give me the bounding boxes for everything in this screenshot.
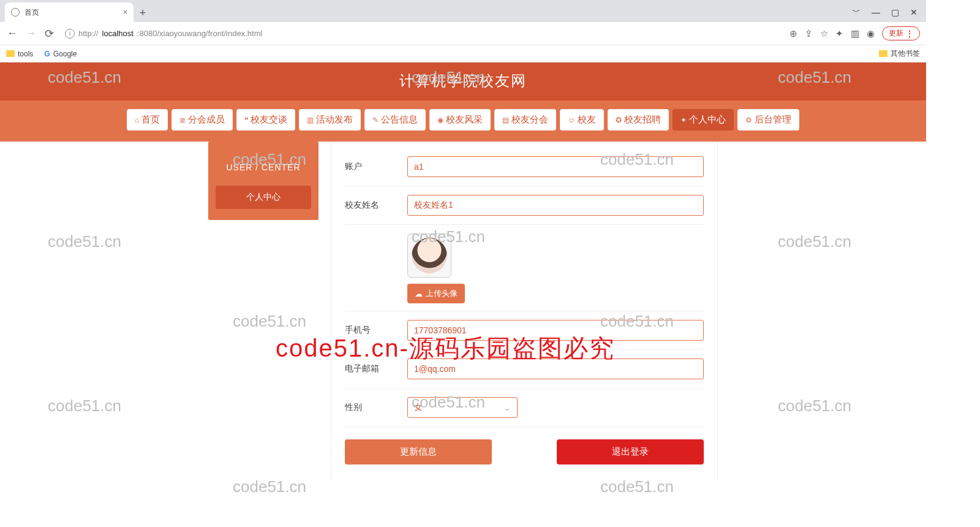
nav-icon: ◉ xyxy=(437,116,443,124)
account-input[interactable] xyxy=(407,156,704,177)
content-wrap: USER / CENTER 个人中心 账户 校友姓名 ☁ 上传头像 xyxy=(208,142,718,482)
address-bar[interactable]: i http://localhost:8080/xiaoyouwang/fron… xyxy=(61,29,783,39)
forward-button[interactable]: → xyxy=(24,27,37,40)
nav-item-3[interactable]: ▥活动发布 xyxy=(299,109,361,131)
nav-item-5[interactable]: ◉校友风采 xyxy=(429,109,491,131)
nav-item-4[interactable]: ✎公告信息 xyxy=(364,109,426,131)
form-actions: 更新信息 退出登录 xyxy=(345,439,704,464)
nav-icon: ▥ xyxy=(307,116,314,124)
nav-label: 后台管理 xyxy=(755,114,791,126)
nav-label: 分会成员 xyxy=(188,114,225,126)
url-host: localhost xyxy=(102,29,134,38)
nav-item-7[interactable]: ☺校友 xyxy=(560,109,604,131)
browser-tab-strip: 首页 × + ﹀ — ▢ ✕ xyxy=(0,0,926,22)
nav-icon: ❝ xyxy=(244,116,248,124)
nav-item-0[interactable]: ⌂首页 xyxy=(127,109,168,131)
logout-button[interactable]: 退出登录 xyxy=(557,439,704,464)
toolbar-right: ⊕ ⇪ ☆ ✦ ▥ ◉ 更新 ⋮ xyxy=(790,26,920,40)
nav-icon: ☺ xyxy=(568,116,575,124)
gender-select[interactable]: 女 ⌄ xyxy=(407,397,518,418)
page-body: code51.cn code51.cn code51.cn code51.cn … xyxy=(0,142,926,521)
nav-icon: ⚙ xyxy=(745,116,752,124)
nav-label: 校友交谈 xyxy=(251,114,287,126)
sidebar-subtitle: USER / CENTER xyxy=(216,162,311,172)
extensions-icon[interactable]: ✦ xyxy=(835,28,843,39)
address-toolbar: ← → ⟳ i http://localhost:8080/xiaoyouwan… xyxy=(0,22,926,45)
label-gender: 性别 xyxy=(345,402,399,413)
site-title: 计算机学院校友网 xyxy=(0,71,926,100)
row-gender: 性别 女 ⌄ xyxy=(345,389,704,427)
google-icon: G xyxy=(44,50,50,58)
nav-icon: ✪ xyxy=(616,116,622,124)
watermark: code51.cn xyxy=(48,396,121,415)
browser-update-button[interactable]: 更新 ⋮ xyxy=(882,26,920,40)
profile-icon[interactable]: ◉ xyxy=(867,28,875,39)
nav-label: 个人中心 xyxy=(689,114,726,126)
gender-value: 女 xyxy=(414,402,423,413)
url-path: :8080/xiaoyouwang/front/index.html xyxy=(137,29,263,38)
site-nav: ⌂首页≣分会成员❝校友交谈▥活动发布✎公告信息◉校友风采▤校友分会☺校友✪校友招… xyxy=(0,100,926,142)
tab-close-icon[interactable]: × xyxy=(123,8,127,17)
window-minimize-icon[interactable]: — xyxy=(872,7,880,17)
phone-input[interactable] xyxy=(407,320,704,341)
site-info-icon[interactable]: i xyxy=(65,29,75,39)
nav-label: 校友风采 xyxy=(446,114,483,126)
nav-item-2[interactable]: ❝校友交谈 xyxy=(236,109,295,131)
label-name: 校友姓名 xyxy=(345,200,399,211)
sidebar-item-personal-center[interactable]: 个人中心 xyxy=(216,186,311,209)
nav-icon: ⌂ xyxy=(135,116,139,124)
name-input[interactable] xyxy=(407,195,704,216)
reload-button[interactable]: ⟳ xyxy=(43,27,55,40)
profile-form: 账户 校友姓名 ☁ 上传头像 手机号 电子邮箱 xyxy=(331,142,718,482)
label-account: 账户 xyxy=(345,161,399,172)
nav-item-8[interactable]: ✪校友招聘 xyxy=(608,109,669,131)
window-close-icon[interactable]: ✕ xyxy=(910,7,918,17)
window-controls: ﹀ — ▢ ✕ xyxy=(852,2,926,22)
globe-icon xyxy=(11,8,20,17)
nav-label: 首页 xyxy=(141,114,160,126)
window-maximize-icon[interactable]: ▢ xyxy=(891,7,899,17)
row-email: 电子邮箱 xyxy=(345,350,704,389)
panel-icon[interactable]: ▥ xyxy=(851,28,859,39)
nav-label: 公告信息 xyxy=(381,114,418,126)
upload-avatar-label: 上传头像 xyxy=(426,288,458,299)
chevron-down-icon: ⌄ xyxy=(503,403,511,412)
nav-label: 校友分会 xyxy=(511,114,548,126)
nav-icon: ✎ xyxy=(372,116,379,124)
nav-icon: ≣ xyxy=(179,116,186,124)
row-name: 校友姓名 xyxy=(345,186,704,225)
watermark: code51.cn xyxy=(778,396,851,415)
email-input[interactable] xyxy=(407,358,704,379)
nav-item-1[interactable]: ≣分会成员 xyxy=(172,109,233,131)
bookmarks-bar: tools GGoogle 其他书签 xyxy=(0,45,926,63)
zoom-icon[interactable]: ⊕ xyxy=(790,28,797,39)
back-button[interactable]: ← xyxy=(6,27,18,40)
nav-icon: ✦ xyxy=(680,116,687,124)
label-phone: 手机号 xyxy=(345,325,399,336)
browser-tab[interactable]: 首页 × xyxy=(5,2,134,22)
avatar-preview[interactable] xyxy=(407,233,451,278)
share-icon[interactable]: ⇪ xyxy=(805,28,813,39)
watermark: code51.cn xyxy=(778,232,851,251)
upload-avatar-button[interactable]: ☁ 上传头像 xyxy=(407,284,465,303)
site-header: 计算机学院校友网 ⌂首页≣分会成员❝校友交谈▥活动发布✎公告信息◉校友风采▤校友… xyxy=(0,63,926,142)
cloud-upload-icon: ☁ xyxy=(415,289,423,298)
new-tab-button[interactable]: + xyxy=(134,4,152,22)
nav-label: 校友招聘 xyxy=(624,114,661,126)
nav-label: 校友 xyxy=(578,114,596,126)
window-dropdown-icon[interactable]: ﹀ xyxy=(852,7,861,18)
nav-icon: ▤ xyxy=(502,116,509,124)
update-button[interactable]: 更新信息 xyxy=(345,439,492,464)
folder-icon xyxy=(6,50,15,57)
url-prefix: http:// xyxy=(78,29,99,38)
bookmark-google[interactable]: GGoogle xyxy=(44,50,77,58)
bookmark-tools[interactable]: tools xyxy=(6,50,33,58)
bookmark-star-icon[interactable]: ☆ xyxy=(820,28,828,39)
nav-item-6[interactable]: ▤校友分会 xyxy=(494,109,556,131)
nav-item-9[interactable]: ✦个人中心 xyxy=(673,109,734,131)
folder-icon xyxy=(879,50,888,57)
watermark: code51.cn xyxy=(48,232,121,251)
avatar-image xyxy=(412,238,447,273)
other-bookmarks[interactable]: 其他书签 xyxy=(879,48,920,59)
nav-item-10[interactable]: ⚙后台管理 xyxy=(737,109,799,131)
